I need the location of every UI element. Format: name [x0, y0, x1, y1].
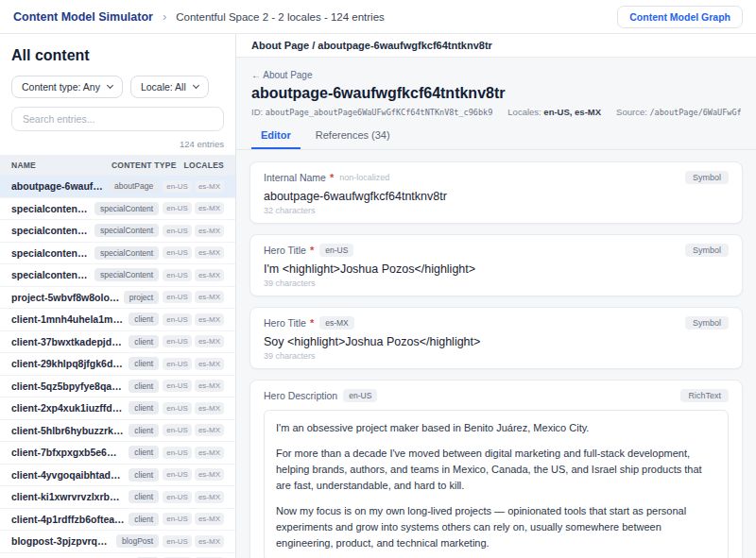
locale-badge: es-MX [195, 491, 224, 503]
entry-name: client-29khlpq8jfgk6dabggskxd [11, 358, 125, 369]
top-bar: Content Model Simulator › Contentful Spa… [0, 0, 756, 34]
content-type-badge: client [129, 357, 159, 370]
content-type-badge: client [129, 446, 159, 459]
locale-badge: es-MX [195, 246, 224, 259]
back-link[interactable]: ← About Page [251, 70, 313, 80]
tab-editor[interactable]: Editor [251, 125, 301, 149]
content-type-badge: specialContent [94, 224, 159, 237]
field-locale-badge: es-MX [319, 316, 354, 330]
entry-locale-badges: en-USes-MX [163, 513, 224, 525]
breadcrumb-separator-icon: › [163, 10, 166, 23]
locale-badge: es-MX [195, 313, 224, 326]
entry-locale-badges: en-USes-MX [163, 180, 224, 193]
entry-locale-badges: en-USes-MX [163, 246, 224, 259]
entry-row[interactable]: specialcontent-566s7z1n9s... specialCont… [0, 198, 235, 221]
locale-select-label: Locale: All [141, 81, 186, 93]
field-type-badge: Symbol [685, 316, 729, 330]
entry-row[interactable]: blogpost-3pjzpvrqygxilkvwkhfpgy blogPost… [0, 531, 235, 553]
entry-row[interactable]: specialcontent-6qyqnleiaxt... specialCon… [0, 264, 235, 287]
field-type-badge: Symbol [685, 244, 729, 257]
field-value: Soy <highlight>Joshua Pozos</highlight> [264, 335, 729, 348]
locale-badge: en-US [163, 491, 192, 503]
entry-name: specialcontent-566s7z1n9s... [11, 203, 91, 214]
sidebar-controls: All content Content type: Any Locale: Al… [0, 34, 235, 155]
entry-row[interactable]: specialcontent-5varzg64pi... specialCont… [0, 220, 235, 243]
locale-badge: en-US [163, 269, 192, 281]
entry-row[interactable]: client-29khlpq8jfgk6dabggskxd client en-… [0, 353, 235, 376]
entry-row[interactable]: client-1mnh4uhela1mkr6tsc0czw client en-… [0, 309, 235, 331]
entry-row[interactable]: client-7bfxpxgxb5e6mp3kvvcowa client en-… [0, 442, 235, 465]
all-content-title: All content [11, 47, 224, 64]
entry-row[interactable]: client-4p1rdffzb6oftea39rpgvb client en-… [0, 509, 235, 532]
column-header-content-type: CONTENT TYPE [112, 161, 177, 170]
column-header-locales: LOCALES [184, 161, 224, 170]
field-label: Hero Description [264, 390, 337, 401]
locale-badge: es-MX [195, 535, 224, 548]
field-card-header: Hero Description en-US RichText [264, 389, 729, 402]
locale-badge: en-US [163, 447, 192, 459]
chevron-down-icon [107, 82, 113, 89]
entry-row[interactable]: client-ki1xwrvrvzlxrbuhe0dbn client en-U… [0, 486, 235, 509]
entry-name: client-5hlbr6hybuzzrkb1jr7lay [11, 425, 125, 436]
locale-badge: es-MX [195, 358, 224, 370]
entry-locale-badges: en-USes-MX [163, 424, 224, 436]
breadcrumb: Contentful Space 2 - 2 locales - 124 ent… [176, 11, 385, 23]
entry-locale-badges: en-USes-MX [163, 269, 224, 281]
entry-name: client-7bfxpxgxb5e6mp3kvvcowa [11, 447, 125, 458]
content-model-graph-button[interactable]: Content Model Graph [617, 6, 743, 28]
app: Content Model Simulator › Contentful Spa… [0, 0, 756, 558]
locale-badge: en-US [163, 380, 192, 392]
entry-locale-badges: en-USes-MX [163, 291, 224, 303]
entry-name: specialcontent-5varzg64pi... [11, 225, 91, 236]
field-locale-badge: en-US [319, 244, 353, 257]
entry-meta: ID: aboutPage_aboutPage6WaUFwGfKCf64tNTK… [251, 107, 741, 117]
content-type-badge: client [129, 424, 159, 437]
search-input[interactable] [11, 107, 224, 131]
filters-row: Content type: Any Locale: All [11, 76, 224, 98]
field-meta: 32 characters [264, 206, 729, 215]
locale-badge: es-MX [195, 424, 224, 436]
locale-badge: en-US [163, 202, 192, 214]
locale-badge: en-US [163, 225, 192, 237]
entry-row[interactable]: client-5qz5bpyfye8qa01u1hddxc client en-… [0, 376, 235, 398]
entry-locale-badges: en-USes-MX [163, 402, 224, 414]
field-type-badge: RichText [680, 389, 729, 402]
entry-row[interactable]: client-37bwxtkadepjdcplq940g4 client en-… [0, 331, 235, 354]
entry-name: client-1mnh4uhela1mkr6tsc0czw [11, 313, 125, 325]
entry-row[interactable]: client-5hlbr6hybuzzrkb1jr7lay client en-… [0, 420, 235, 443]
entry-id: ID: aboutPage_aboutPage6WaUFwGfKCf64tNTK… [251, 107, 492, 117]
entry-name: client-5qz5bpyfye8qa01u1hddxc [11, 380, 125, 392]
richtext-paragraph: For more than a decade I've moved betwee… [276, 446, 716, 494]
entry-source: Source: /aboutPage/6WaUFwGfKCf64tNTKnV8t… [616, 107, 741, 117]
id-value: aboutPage_aboutPage6WaUFwGfKCf64tNTKnV8t… [266, 108, 493, 117]
required-asterisk: * [310, 317, 314, 329]
locale-badge: en-US [163, 180, 192, 193]
entry-path: About Page / aboutpage-6waufwgfkcf64tntk… [236, 34, 756, 58]
field-card-header: Hero Title * es-MX Symbol [264, 316, 729, 330]
content-type-badge: specialContent [94, 246, 159, 260]
locales-label: Locales: [507, 107, 541, 117]
entry-row[interactable]: specialcontent-7wh9nzki44... specialCont… [0, 243, 235, 265]
entry-name: blogpost-3pjzpvrqygxilkvwkhfpgy [11, 535, 112, 547]
entry-header: ← About Page aboutpage-6waufwgfkcf64tntk… [236, 58, 756, 117]
entry-row[interactable]: aboutpage-6waufwgfkcf64tntk... aboutPage… [0, 176, 235, 198]
tab-references-34[interactable]: References (34) [306, 125, 400, 149]
entry-name: specialcontent-7wh9nzki44... [11, 247, 91, 259]
entry-row[interactable]: client-4yvgoqaibhtadzgn5kgprp client en-… [0, 465, 235, 487]
entry-row[interactable]: project-5wbvf8w8oloinhhxbi2ww7 project e… [0, 287, 235, 310]
locale-badge: en-US [163, 291, 192, 303]
entry-locale-badges: en-USes-MX [163, 447, 224, 459]
entry-row[interactable]: client-2xp4xuk1iuzffdfx0ztzjp client en-… [0, 397, 235, 420]
content-type-badge: client [129, 380, 159, 393]
locale-select[interactable]: Locale: All [130, 76, 209, 98]
field-card: Internal Name * non-localized Symbol abo… [249, 161, 743, 224]
content-type-select[interactable]: Content type: Any [11, 76, 123, 98]
id-label: ID: [251, 107, 263, 117]
entry-row[interactable]: tag-6mvq9yaienjlg4hqcfxbij tag en-USes-M… [0, 553, 235, 558]
field-card: Hero Description en-US RichText I'm an o… [249, 380, 743, 558]
required-asterisk: * [330, 172, 334, 183]
field-locale-badge: en-US [343, 389, 377, 402]
richtext-box: I'm an obsessive project maker based in … [264, 410, 729, 558]
content-type-badge: aboutPage [109, 179, 159, 193]
locale-badge: es-MX [195, 291, 224, 303]
